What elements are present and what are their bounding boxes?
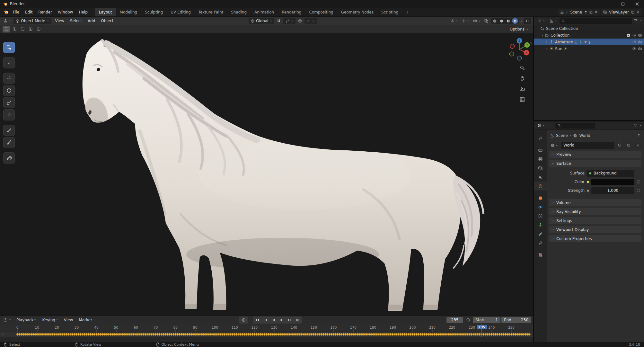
horse-model[interactable] — [0, 33, 533, 316]
nav-pan-button[interactable] — [519, 76, 525, 83]
tool-move-button[interactable] — [3, 73, 15, 84]
pause-button[interactable] — [524, 18, 531, 24]
properties-tab-output[interactable] — [534, 155, 547, 164]
panel-header-volume[interactable]: Volume — [549, 199, 641, 206]
workspace-tab-texture-paint[interactable]: Texture Paint — [195, 8, 227, 16]
properties-tab-texture[interactable] — [534, 250, 547, 259]
shading-dropdown-icon[interactable] — [520, 20, 523, 22]
timeline-menu-keying[interactable]: Keying — [40, 318, 61, 322]
select-mode-new-button[interactable] — [3, 26, 10, 32]
menu-file[interactable]: File — [10, 8, 22, 16]
pin-scene-button[interactable] — [584, 10, 588, 14]
shading-material-preview-button[interactable] — [505, 18, 511, 24]
properties-tab-scene[interactable] — [534, 173, 547, 182]
xray-toggle[interactable] — [483, 18, 490, 24]
filter-icon[interactable] — [633, 19, 638, 23]
properties-tab-view-layer[interactable] — [534, 164, 547, 173]
panel-header-ray-visibility[interactable]: Ray Visibility — [549, 208, 641, 215]
workspace-tab-modeling[interactable]: Modeling — [116, 8, 141, 16]
properties-tab-render[interactable] — [534, 146, 547, 155]
timeline-menu-marker[interactable]: Marker — [76, 318, 95, 322]
expander-icon[interactable] — [545, 40, 548, 43]
nav-projection-button[interactable] — [519, 97, 525, 104]
workspace-tab-shading[interactable]: Shading — [227, 8, 251, 16]
outliner-search-input[interactable] — [560, 18, 632, 24]
eye-toggle-icon[interactable] — [632, 40, 636, 44]
next-keyframe-button[interactable] — [286, 317, 294, 323]
tool-scale-button[interactable] — [3, 97, 15, 108]
gizmos-toggle[interactable] — [460, 18, 471, 24]
checkbox-toggle-icon[interactable] — [626, 33, 631, 37]
breadcrumb-scene[interactable]: Scene — [556, 133, 568, 138]
frame-start-field[interactable]: Start 1 — [473, 317, 500, 323]
play-reverse-button[interactable] — [269, 317, 278, 323]
remove-view-layer-button[interactable] — [636, 10, 640, 14]
expander-icon[interactable] — [541, 34, 544, 37]
panel-header-surface[interactable]: Surface — [549, 160, 641, 167]
channel-expander-icon[interactable] — [1, 333, 4, 336]
outliner-row-collection[interactable]: Collection — [534, 32, 644, 39]
menu-edit[interactable]: Edit — [22, 8, 35, 16]
minimize-button[interactable] — [602, 0, 616, 8]
camera-toggle-icon[interactable] — [638, 47, 642, 51]
chevron-down-icon[interactable] — [639, 19, 642, 22]
workspace-tab-animation[interactable]: Animation — [251, 8, 278, 16]
camera-toggle-icon[interactable] — [638, 40, 642, 44]
eye-toggle-icon[interactable] — [632, 33, 636, 37]
pin-icon[interactable] — [637, 133, 641, 137]
outliner-row-sun[interactable]: Sun — [534, 45, 644, 52]
shading-rendered-button[interactable] — [512, 18, 518, 24]
properties-tab-world[interactable] — [534, 182, 547, 191]
jump-end-button[interactable] — [294, 317, 302, 323]
panel-header-custom-properties[interactable]: Custom Properties — [549, 235, 641, 242]
view-layer-selector[interactable]: ViewLayer — [601, 9, 641, 15]
timeline-menu-playback[interactable]: Playback — [13, 318, 40, 322]
panel-header-preview[interactable]: Preview — [549, 151, 641, 158]
nav-zoom-button[interactable] — [519, 65, 525, 72]
menu-help[interactable]: Help — [76, 8, 90, 16]
scene-selector[interactable]: Scene — [558, 9, 600, 15]
timeline-ruler[interactable]: 0102030405060708090100110120130140150160… — [0, 324, 533, 332]
playhead-frame-badge[interactable]: 235 — [477, 325, 487, 329]
transform-orientation-dropdown[interactable]: Global — [249, 18, 274, 24]
tool-measure-button[interactable] — [3, 137, 15, 148]
new-view-layer-button[interactable] — [631, 10, 635, 14]
expander-icon[interactable] — [545, 47, 548, 50]
proportional-falloff-dropdown[interactable] — [304, 18, 317, 24]
menu-render[interactable]: Render — [35, 8, 55, 16]
eye-toggle-icon[interactable] — [632, 47, 636, 51]
tool-rotate-button[interactable] — [3, 85, 15, 96]
prev-keyframe-button[interactable] — [261, 317, 269, 323]
blender-menu-icon[interactable] — [3, 9, 9, 15]
options-dropdown[interactable]: Options — [508, 27, 530, 31]
proportional-editing-toggle[interactable] — [296, 18, 304, 24]
workspace-tab-rendering[interactable]: Rendering — [278, 8, 305, 16]
shading-wireframe-button[interactable] — [492, 18, 498, 24]
timeline-menu-view[interactable]: View — [61, 318, 76, 322]
mode-dropdown[interactable]: Object Mode — [13, 18, 51, 24]
tool-cursor-button[interactable] — [3, 57, 15, 68]
strength-field[interactable]: 1.000 — [591, 187, 634, 194]
strength-decorator[interactable] — [636, 188, 641, 193]
surface-type-dropdown[interactable]: Background — [587, 170, 634, 177]
properties-filter-icon[interactable] — [633, 123, 638, 128]
timeline-channel-area[interactable] — [0, 337, 533, 342]
properties-tab-physics[interactable] — [534, 202, 547, 211]
play-button[interactable] — [278, 317, 286, 323]
viewport-canvas[interactable]: ZXY ‹ — [0, 33, 533, 316]
workspace-tab-scripting[interactable]: Scripting — [377, 8, 402, 16]
properties-tab-data[interactable] — [534, 220, 547, 229]
panel-header-viewport-display[interactable]: Viewport Display — [549, 226, 641, 233]
snap-target-dropdown[interactable] — [283, 18, 296, 24]
tool-transform-button[interactable] — [3, 109, 15, 120]
workspace-tab-compositing[interactable]: Compositing — [305, 8, 337, 16]
frame-end-field[interactable]: End 250 — [501, 317, 531, 323]
select-mode-extend-button[interactable] — [11, 26, 18, 32]
workspace-tab-geometry-nodes[interactable]: Geometry Nodes — [337, 8, 377, 16]
properties-editor-dropdown[interactable] — [536, 122, 546, 129]
outliner-display-mode-dropdown[interactable] — [548, 18, 558, 24]
shading-solid-button[interactable] — [498, 18, 505, 24]
new-scene-button[interactable] — [589, 10, 593, 14]
object-visibility-toggle[interactable] — [449, 18, 460, 24]
workspace-tab-uv-editing[interactable]: UV Editing — [167, 8, 195, 16]
